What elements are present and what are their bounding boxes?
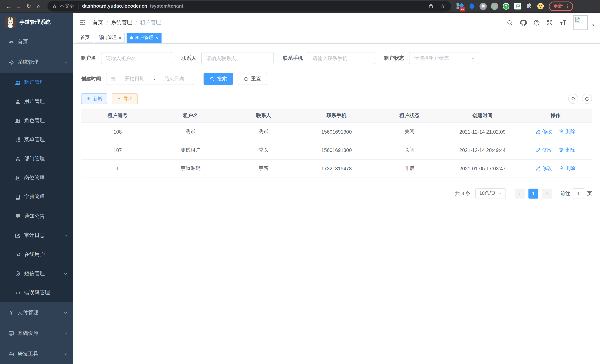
delete-link[interactable]: 删除 [559, 128, 575, 135]
create-time-range-picker[interactable]: 开始日期 - 结束日期 [106, 73, 194, 85]
browser-forward-icon[interactable]: → [14, 1, 24, 11]
dictionary-icon [15, 194, 21, 200]
sidebar-item-dictionary-management[interactable]: 字典管理 [0, 187, 73, 207]
edit-link[interactable]: 修改 [536, 146, 552, 153]
tab-tenant-management[interactable]: 租户管理 × [127, 33, 162, 43]
help-icon[interactable] [534, 19, 540, 26]
start-date-placeholder: 开始日期 [119, 75, 150, 82]
gear-icon [8, 60, 14, 65]
toggle-search-button[interactable] [568, 94, 578, 104]
shield-icon [15, 271, 21, 276]
sidebar-item-notice[interactable]: 通知公告 [0, 207, 73, 226]
page-number-1[interactable]: 1 [528, 188, 538, 198]
edit-link[interactable]: 修改 [536, 165, 552, 172]
table-header-row: 租户编号 租户名 联系人 联系手机 租户状态 创建时间 操作 [81, 109, 592, 122]
next-page-button[interactable] [542, 188, 552, 198]
extension-icon-chat[interactable] [514, 2, 521, 10]
share-icon[interactable] [426, 3, 436, 9]
status-select[interactable]: 请选择租户状态 [409, 52, 479, 64]
edit-icon [15, 233, 21, 238]
extension-icon-y[interactable] [502, 2, 510, 10]
breadcrumb-system[interactable]: 系统管理 [111, 19, 132, 26]
contact-input[interactable] [201, 52, 274, 64]
main-content: 租户名 联系人 联系手机 租户状态 请选择租户状态 创建时间 [73, 44, 600, 364]
chevron-down-icon [64, 271, 68, 276]
tab-home[interactable]: 首页 [77, 33, 93, 43]
close-icon[interactable]: × [155, 36, 158, 40]
prev-page-button[interactable] [515, 188, 525, 198]
user-icon [15, 99, 21, 104]
sidebar-collapse-icon[interactable] [79, 19, 86, 26]
browser-back-icon[interactable]: ← [4, 1, 14, 11]
sidebar-item-error-code-management[interactable]: 错误码管理 [0, 283, 73, 302]
sidebar-item-system-management[interactable]: 系统管理 [0, 52, 73, 73]
browser-menu-icon[interactable]: ⋮ [565, 3, 570, 9]
extension-icon-balloon[interactable] [468, 2, 475, 10]
address-bar[interactable]: 不安全 dashboard.yudao.iocoder.cn/system/te… [47, 1, 451, 11]
trash-icon [559, 129, 564, 134]
table-row: 107 测试租户 秃头 15601691300 关闭 2021-12-14 20… [81, 141, 592, 159]
profile-avatar-icon[interactable] [537, 2, 544, 10]
browser-home-icon[interactable]: ⌂ [34, 1, 44, 11]
sidebar-item-audit-log[interactable]: 审计日志 [0, 226, 73, 245]
extension-icon-green-dot[interactable] [491, 2, 498, 10]
add-button[interactable]: 新增 [81, 93, 107, 104]
fullscreen-icon[interactable] [547, 19, 553, 26]
sidebar-item-home[interactable]: 首页 [0, 31, 73, 52]
sidebar-item-sms-management[interactable]: 短信管理 [0, 264, 73, 283]
sidebar-item-infrastructure[interactable]: 基础设施 [0, 323, 73, 344]
sidebar-item-user-management[interactable]: 用户管理 [0, 92, 73, 111]
app-logo-row[interactable]: 芋道管理系统 [0, 13, 73, 31]
sidebar-item-payment-management[interactable]: 支付管理 [0, 302, 73, 323]
extension-icon-command[interactable]: ⌘ [479, 2, 487, 10]
table-toolbar: 新增 导出 [81, 93, 592, 104]
chevron-down-icon [64, 311, 68, 315]
sidebar-item-role-management[interactable]: 角色管理 [0, 111, 73, 130]
delete-link[interactable]: 删除 [559, 146, 575, 153]
search-button[interactable]: 搜索 [204, 73, 233, 85]
sidebar-item-dev-tools[interactable]: 研发工具 [0, 344, 73, 364]
goto-page-input[interactable] [573, 188, 584, 199]
avatar[interactable] [573, 15, 588, 30]
tab-department-management[interactable]: 部门管理 × [95, 33, 125, 43]
breadcrumb-home[interactable]: 首页 [93, 19, 103, 26]
status-value: 关闭 [373, 141, 446, 159]
sidebar-item-tenant-management[interactable]: 租户管理 [0, 73, 73, 92]
sidebar-item-department-management[interactable]: 部门管理 [0, 149, 73, 168]
extensions-puzzle-icon[interactable] [525, 2, 533, 10]
search-icon[interactable] [507, 19, 513, 26]
close-icon[interactable]: × [119, 36, 121, 40]
sidebar-item-menu-management[interactable]: 菜单管理 [0, 130, 73, 149]
edit-link[interactable]: 修改 [536, 128, 552, 135]
comment-icon [15, 213, 21, 219]
pagination: 共 3 条 10条/页 1 前往 页 [81, 188, 592, 199]
github-icon[interactable] [520, 19, 527, 26]
reset-button[interactable]: 重置 [238, 73, 267, 85]
browser-reload-icon[interactable]: ↻ [24, 1, 34, 11]
sidebar-item-post-management[interactable]: 岗位管理 [0, 168, 73, 187]
table-row: 108 测试 测试 15601691300 关闭 2021-12-14 21:0… [81, 122, 592, 141]
page-size-select[interactable]: 10条/页 [475, 188, 506, 199]
contact-label: 联系人 [181, 55, 196, 62]
chevron-down-icon [64, 233, 68, 237]
extensions-row: 10 ⌘ [457, 2, 544, 10]
tree-icon [15, 137, 21, 142]
browser-update-button[interactable]: 更新 ⋮ [549, 1, 573, 11]
pencil-icon [536, 166, 541, 171]
font-size-icon[interactable] [560, 19, 567, 26]
sidebar-item-online-users[interactable]: 在线用户 [0, 245, 73, 264]
mobile-input[interactable] [308, 52, 375, 64]
tenant-table: 租户编号 租户名 联系人 联系手机 租户状态 创建时间 操作 108 测试 测试… [81, 109, 592, 178]
active-tab-dot [130, 36, 133, 39]
security-label: 不安全 [60, 3, 74, 9]
tags-view-bar: 首页 部门管理 × 租户管理 × [73, 32, 600, 44]
extension-icon-diamond[interactable]: 10 [457, 2, 464, 10]
caret-down-icon[interactable]: ▾ [592, 23, 594, 28]
status-value: 开启 [373, 159, 446, 177]
delete-link[interactable]: 删除 [559, 165, 575, 172]
refresh-table-button[interactable] [582, 94, 592, 104]
bookmark-star-icon[interactable]: ☆ [438, 3, 448, 9]
export-button[interactable]: 导出 [112, 93, 138, 104]
extension-badge: 10 [459, 7, 465, 11]
tenant-name-input[interactable] [101, 52, 172, 64]
